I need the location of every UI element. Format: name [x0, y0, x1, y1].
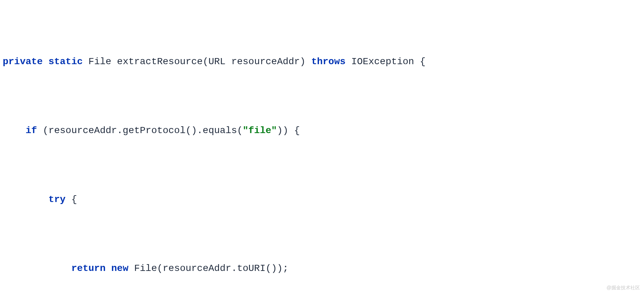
code-editor[interactable]: private static File extractResource(URL …	[0, 0, 644, 293]
keyword: static	[48, 56, 83, 67]
punct: )) {	[277, 125, 300, 136]
brace: {	[420, 56, 426, 67]
keyword: if	[26, 125, 37, 136]
keyword: return	[71, 263, 106, 274]
type: IOException	[351, 56, 414, 67]
code-line: if (resourceAddr.getProtocol().equals("f…	[0, 124, 644, 138]
type: File	[88, 56, 111, 67]
string-literal: "file"	[243, 125, 277, 136]
keyword: try	[48, 194, 65, 205]
keyword: new	[111, 263, 128, 274]
method-name: extractResource	[117, 56, 203, 67]
code-line: return new File(resourceAddr.toURI());	[0, 262, 644, 276]
watermark: @掘金技术社区	[607, 284, 640, 291]
expression: File(resourceAddr.toURI());	[134, 263, 289, 274]
param-name: resourceAddr	[231, 56, 300, 67]
type: URL	[208, 56, 225, 67]
code-line: try {	[0, 193, 644, 207]
keyword: throws	[311, 56, 345, 67]
brace: {	[71, 194, 77, 205]
keyword: private	[3, 56, 43, 67]
code-line: private static File extractResource(URL …	[0, 55, 644, 69]
expression: resourceAddr.getProtocol().equals(	[48, 125, 242, 136]
